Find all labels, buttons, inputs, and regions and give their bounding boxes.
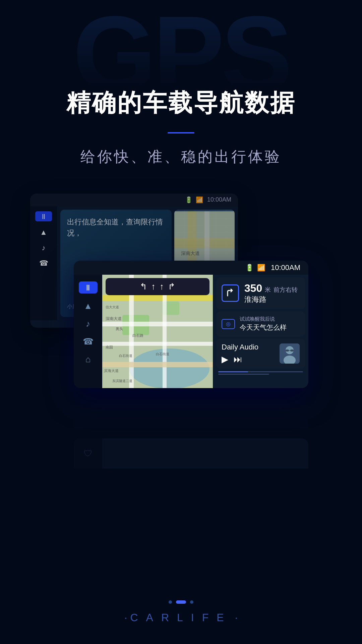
audio-card[interactable]: Daily Audio ▶ ⏭ <box>216 339 305 369</box>
svg-text:白石路: 白石路 <box>132 333 143 337</box>
home-icon-large[interactable]: ⌂ <box>85 354 91 365</box>
slide-dots <box>0 600 362 604</box>
svg-text:深南大道: 深南大道 <box>106 316 122 321</box>
nav-distance: 350 <box>244 282 262 294</box>
svg-text:东滨隧道二道: 东滨隧道二道 <box>112 379 132 383</box>
progress-bar-fill <box>218 371 248 372</box>
svg-rect-32 <box>290 350 294 352</box>
carlife-brand: CARLIFE <box>0 611 362 624</box>
partial-sidebar: 🛡 <box>74 438 102 469</box>
turn-arrow-svg <box>225 288 236 299</box>
direction-bar: ↰ ↑ ↑ ↱ <box>106 278 209 295</box>
audio-controls: ▶ ⏭ <box>222 354 275 365</box>
phone-reflection <box>74 388 308 428</box>
main-title: 精确的车载导航数据 <box>66 87 296 119</box>
voice-text-container: 试试唤醒我后说 今天天气怎么样 <box>240 316 287 332</box>
svg-rect-16 <box>102 362 213 367</box>
voice-prompt: 试试唤醒我后说 <box>240 316 287 322</box>
audio-info: Daily Audio ▶ ⏭ <box>222 343 275 365</box>
voice-card[interactable]: ◎ 试试唤醒我后说 今天天气怎么样 <box>216 311 305 337</box>
phone-large: 🔋 📶 10:00AM || ▲ ♪ ☎ ⌂ <box>74 261 308 388</box>
mic-symbol: ◎ <box>226 321 231 327</box>
nav-street: 淮海路 <box>244 294 300 305</box>
status-icons-large: 🔋 📶 <box>245 264 265 272</box>
voice-example: 今天天气怎么样 <box>240 323 287 332</box>
progress-bar-track <box>218 371 303 372</box>
sidebar-active-btn-large[interactable]: || <box>79 281 98 293</box>
svg-rect-13 <box>102 342 213 346</box>
dot-1[interactable] <box>169 600 172 604</box>
phone-icon-large[interactable]: ☎ <box>83 336 94 347</box>
status-bar-large: 🔋 📶 10:00AM <box>74 261 308 275</box>
battery-icon-large: 🔋 <box>245 264 254 272</box>
svg-text:南园: 南园 <box>106 345 113 349</box>
title-divider <box>168 132 194 133</box>
svg-text:白石街道: 白石街道 <box>156 352 169 356</box>
navigation-icon-large[interactable]: ▲ <box>84 301 93 311</box>
nav-direction: 前方右转 <box>274 286 298 294</box>
right-panel: 350 米 前方右转 淮海路 ◎ 试试唤醒我后说 <box>213 275 308 388</box>
dir-arrow-1: ↰ <box>140 281 147 292</box>
music-icon-large[interactable]: ♪ <box>86 319 90 329</box>
svg-rect-31 <box>286 350 289 352</box>
partial-icon: 🛡 <box>74 438 102 459</box>
svg-text:信大大道: 信大大道 <box>106 305 119 309</box>
artist-avatar <box>280 343 300 364</box>
nav-info: 350 米 前方右转 淮海路 <box>244 282 300 305</box>
dir-arrow-2: ↑ <box>151 281 156 292</box>
nav-card[interactable]: 350 米 前方右转 淮海路 <box>216 277 305 309</box>
content-area-large: || ▲ ♪ ☎ ⌂ <box>74 275 308 388</box>
hero-section: 精确的车载导航数据 给你快、准、稳的出行体验 <box>46 87 316 167</box>
dot-3[interactable] <box>190 600 193 604</box>
status-time-large: 10:00AM <box>271 263 300 272</box>
map-panel-large: 龙珠大道 深南大道 奥头 白石路 南园 白石街道 白石街道 滨海大道 东滨隧道二… <box>102 275 213 388</box>
phone-partial: 🛡 <box>74 438 308 469</box>
nav-unit: 米 <box>265 286 271 294</box>
voice-assistant-icon: ◎ <box>222 319 235 329</box>
turn-right-icon <box>222 284 239 302</box>
subtitle: 给你快、准、稳的出行体验 <box>66 147 296 167</box>
svg-text:滨海大道: 滨海大道 <box>104 369 119 373</box>
wifi-icon-large: 📶 <box>257 264 265 272</box>
audio-title: Daily Audio <box>222 343 275 352</box>
svg-text:奥头: 奥头 <box>116 327 123 331</box>
dir-arrow-3: ↑ <box>160 281 164 292</box>
svg-rect-33 <box>289 350 290 351</box>
svg-rect-11 <box>102 295 213 301</box>
audio-thumbnail <box>280 343 300 364</box>
dot-2-active[interactable] <box>176 600 186 604</box>
dir-arrow-4: ↱ <box>168 281 175 292</box>
play-button[interactable]: ▶ <box>222 354 228 365</box>
sidebar-active-label-large: || <box>86 284 89 291</box>
main-content: 精确的车载导航数据 给你快、准、稳的出行体验 🔋 📶 10:00AM || ▲ <box>0 0 362 469</box>
progress-bar-2 <box>218 374 269 375</box>
sidebar-large: || ▲ ♪ ☎ ⌂ <box>74 275 102 388</box>
svg-point-8 <box>129 348 209 388</box>
progress-area <box>218 371 303 375</box>
svg-text:白石街道: 白石街道 <box>119 354 132 358</box>
svg-rect-12 <box>102 322 213 326</box>
next-button[interactable]: ⏭ <box>234 354 242 365</box>
